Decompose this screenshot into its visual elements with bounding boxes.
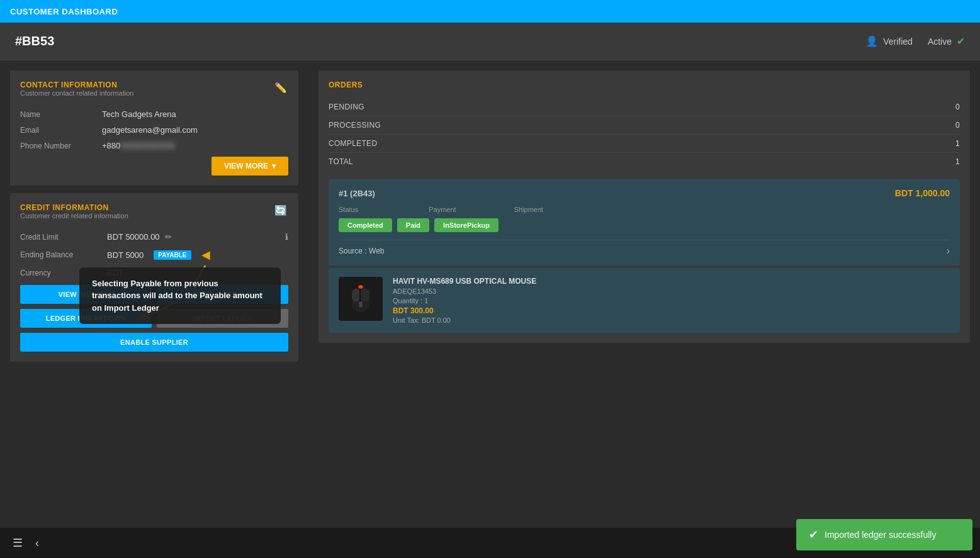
- stat-label: PROCESSING: [329, 121, 381, 130]
- toast-check-icon: ✔: [809, 528, 818, 542]
- name-label: Name: [20, 110, 102, 119]
- credit-limit-value: BDT 50000.00: [107, 232, 160, 242]
- header: #BB53 👤 Verified Active ✔: [0, 23, 980, 60]
- svg-rect-6: [359, 301, 363, 307]
- phone-value: +880XXXXXXXXXX: [102, 141, 175, 150]
- stat-value: 1: [955, 157, 960, 166]
- header-status: 👤 Verified Active ✔: [865, 35, 965, 47]
- stat-value: 0: [955, 121, 960, 130]
- back-icon[interactable]: ‹: [35, 537, 39, 550]
- left-panel: CONTACT INFORMATION Customer contact rel…: [0, 60, 308, 528]
- view-more-button[interactable]: VIEW MORE ▾: [211, 157, 288, 176]
- svg-point-5: [358, 285, 363, 289]
- view-more-row: VIEW MORE ▾: [20, 157, 288, 176]
- customer-id: #BB53: [15, 34, 54, 48]
- arrow-indicator: ◀: [201, 248, 210, 262]
- email-label: Email: [20, 126, 102, 135]
- product-name: HAVIT HV-MS689 USB OPTICAL MOUSE: [393, 277, 536, 286]
- orders-section-title: ORDERS: [329, 81, 960, 89]
- main-content: CONTACT INFORMATION Customer contact rel…: [0, 60, 980, 528]
- email-value: gadgetsarena@gmail.com: [102, 125, 198, 135]
- order-stat-row: PROCESSING0: [329, 116, 960, 135]
- chevron-right-icon: ›: [947, 245, 950, 257]
- chevron-down-icon: ▾: [272, 162, 276, 170]
- order-stat-row: PENDING0: [329, 98, 960, 116]
- right-panel: ORDERS PENDING0PROCESSING0COMPLETED1TOTA…: [308, 60, 980, 528]
- credit-limit-label: Credit Limit: [20, 233, 102, 242]
- source-row[interactable]: Source : Web ›: [339, 240, 950, 257]
- contact-section-subtitle: Customer contact related information: [20, 89, 133, 97]
- credit-limit-row: Credit Limit BDT 50000.00 ✏ ℹ: [20, 232, 288, 242]
- toast-notification: ✔ Imported ledger successfully: [796, 519, 972, 550]
- contact-card-header: CONTACT INFORMATION Customer contact rel…: [20, 81, 288, 106]
- source-label: Source : Web: [339, 247, 384, 255]
- ending-balance-value: BDT 5000: [107, 250, 144, 260]
- menu-icon[interactable]: ☰: [13, 536, 23, 550]
- payable-badge: PAYABLE: [154, 250, 191, 260]
- contact-card: CONTACT INFORMATION Customer contact rel…: [10, 70, 298, 186]
- credit-section-title: CREDIT INFORMATION: [20, 203, 128, 212]
- ending-balance-row: Ending Balance BDT 5000 PAYABLE ◀: [20, 248, 288, 262]
- product-image: [339, 277, 383, 321]
- ending-balance-label: Ending Balance: [20, 250, 102, 259]
- active-label: Active: [928, 36, 952, 47]
- order-stat-row: TOTAL1: [329, 153, 960, 170]
- verified-status: 👤 Verified: [865, 35, 913, 47]
- order-amount: BDT 1,000.00: [895, 188, 950, 198]
- order-stat-row: COMPLETED1: [329, 135, 960, 153]
- order-card-header: #1 (2B43) BDT 1,000.00: [339, 188, 950, 198]
- top-bar: CUSTOMER DASHBOARD: [0, 0, 980, 23]
- svg-rect-4: [359, 289, 361, 301]
- shipment-col-label: Shipment: [514, 206, 543, 213]
- product-info: HAVIT HV-MS689 USB OPTICAL MOUSE ADEQE13…: [393, 277, 536, 324]
- stat-label: TOTAL: [329, 157, 353, 166]
- order-card: #1 (2B43) BDT 1,000.00 Status Payment Sh…: [329, 179, 960, 265]
- product-card: HAVIT HV-MS689 USB OPTICAL MOUSE ADEQE13…: [329, 268, 960, 333]
- product-price: BDT 300.00: [393, 306, 536, 315]
- order-stats: PENDING0PROCESSING0COMPLETED1TOTAL1: [329, 98, 960, 170]
- svg-rect-3: [360, 289, 369, 301]
- toast-message: Imported ledger successfully: [825, 530, 936, 540]
- shipment-badge: InStorePickup: [434, 218, 498, 232]
- enable-supplier-button[interactable]: ENABLE SUPPLIER: [20, 333, 288, 352]
- svg-rect-2: [352, 289, 360, 301]
- refresh-credit-button[interactable]: 🔄: [273, 203, 288, 218]
- info-icon: ℹ: [285, 232, 288, 242]
- contact-email-row: Email gadgetsarena@gmail.com: [20, 125, 288, 135]
- top-bar-title: CUSTOMER DASHBOARD: [10, 7, 118, 16]
- stat-label: PENDING: [329, 103, 364, 111]
- order-labels: Status Payment Shipment: [339, 206, 950, 213]
- verified-icon: 👤: [865, 35, 878, 47]
- mouse-svg: [345, 280, 376, 318]
- check-icon: ✔: [957, 35, 965, 47]
- tooltip-box: Selecting Payable from previous transact…: [79, 267, 281, 325]
- credit-section-subtitle: Customer credit related information: [20, 212, 128, 220]
- status-col-label: Status: [339, 206, 358, 213]
- product-tax: Unit Tax: BDT 0.00: [393, 316, 536, 324]
- phone-blur: XXXXXXXXXX: [120, 141, 175, 150]
- payment-badge: Paid: [397, 218, 429, 232]
- order-badges: Completed Paid InStorePickup: [339, 218, 950, 232]
- edit-contact-button[interactable]: ✏️: [273, 81, 288, 95]
- contact-name-row: Name Tech Gadgets Arena: [20, 109, 288, 119]
- payment-col-label: Payment: [429, 206, 456, 213]
- stat-label: COMPLETED: [329, 139, 377, 148]
- active-status: Active ✔: [928, 35, 965, 47]
- contact-section-title: CONTACT INFORMATION: [20, 81, 133, 89]
- credit-card-header: CREDIT INFORMATION Customer credit relat…: [20, 203, 288, 228]
- phone-label: Phone Number: [20, 142, 102, 150]
- product-quantity: Quantity : 1: [393, 297, 536, 304]
- product-sku: ADEQE13453: [393, 287, 536, 295]
- edit-credit-icon[interactable]: ✏: [165, 232, 172, 242]
- stat-value: 0: [955, 103, 960, 111]
- name-value: Tech Gadgets Arena: [102, 109, 176, 119]
- stat-value: 1: [955, 139, 960, 148]
- status-badge: Completed: [339, 218, 392, 232]
- credit-card: CREDIT INFORMATION Customer credit relat…: [10, 193, 298, 362]
- order-id: #1 (2B43): [339, 189, 375, 198]
- contact-phone-row: Phone Number +880XXXXXXXXXX: [20, 141, 288, 150]
- verified-label: Verified: [883, 36, 913, 47]
- orders-section: ORDERS PENDING0PROCESSING0COMPLETED1TOTA…: [318, 70, 970, 343]
